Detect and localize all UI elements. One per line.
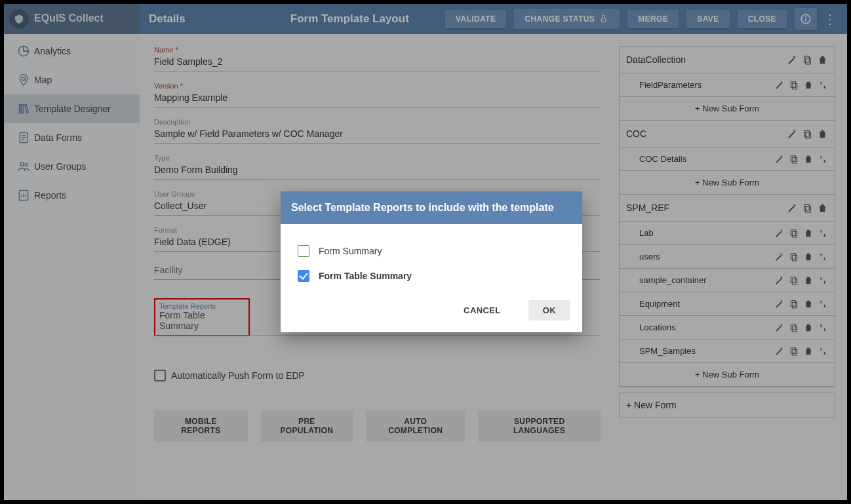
save-button[interactable]: SAVE	[686, 10, 729, 28]
delete-icon[interactable]	[817, 128, 828, 140]
delete-icon[interactable]	[803, 228, 814, 239]
copy-icon[interactable]	[789, 275, 799, 286]
reorder-icon[interactable]	[818, 228, 828, 239]
sub-form-title: Equipment	[639, 299, 680, 309]
copy-icon[interactable]	[789, 299, 799, 309]
copy-icon[interactable]	[789, 228, 799, 239]
sub-form-row[interactable]: FieldParameters	[620, 73, 835, 96]
pre-population-button[interactable]: PRE POPULATION	[261, 410, 353, 442]
form-group-header[interactable]: SPM_REF	[620, 195, 835, 221]
sub-form-title: Lab	[639, 228, 654, 238]
modal-option-label: Form Summary	[319, 246, 382, 256]
sub-actions	[774, 346, 828, 357]
delete-icon[interactable]	[803, 80, 814, 90]
sidebar-item-data-forms[interactable]: Data Forms	[4, 123, 140, 152]
modal-option-form-summary[interactable]: Form Summary	[298, 239, 565, 263]
edit-icon[interactable]	[787, 203, 798, 214]
reorder-icon[interactable]	[818, 154, 828, 165]
modal-option-label: Form Table Summary	[319, 271, 412, 281]
validate-button[interactable]: VALIDATE	[445, 10, 506, 28]
svg-rect-22	[792, 279, 797, 284]
delete-icon[interactable]	[803, 299, 814, 309]
mobile-reports-button[interactable]: MOBILE REPORTS	[154, 410, 248, 442]
sub-form-row[interactable]: Lab	[620, 221, 835, 244]
delete-icon[interactable]	[817, 203, 828, 214]
checkbox-icon[interactable]	[154, 370, 166, 381]
form-group-header[interactable]: DataCollection	[620, 47, 835, 73]
edit-icon[interactable]	[774, 322, 785, 333]
change-status-button[interactable]: CHANGE STATUS	[514, 9, 620, 29]
new-form-button[interactable]: + New Form	[619, 393, 835, 417]
sub-form-title: sample_container	[639, 275, 707, 285]
kebab-menu[interactable]: ⋮	[822, 11, 838, 27]
edit-icon[interactable]	[774, 299, 785, 309]
checkbox-icon[interactable]	[298, 245, 309, 257]
sub-form-row[interactable]: Equipment	[620, 292, 835, 315]
copy-icon[interactable]	[789, 322, 799, 333]
template-reports-value[interactable]: Form Table Summary	[159, 310, 245, 331]
edit-icon[interactable]	[774, 346, 785, 357]
copy-icon[interactable]	[802, 128, 813, 140]
edit-icon[interactable]	[774, 228, 785, 239]
type-field[interactable]	[154, 162, 600, 180]
delete-icon[interactable]	[803, 252, 814, 262]
reorder-icon[interactable]	[818, 346, 828, 357]
edit-icon[interactable]	[774, 252, 785, 262]
sidebar-item-user-groups[interactable]: User Groups	[4, 152, 140, 181]
sub-actions	[774, 299, 828, 309]
delete-icon[interactable]	[803, 322, 814, 333]
supported-languages-button[interactable]: SUPPORTED LANGUAGES	[478, 410, 601, 442]
modal-ok-button[interactable]: OK	[528, 300, 570, 320]
modal-cancel-button[interactable]: CANCEL	[449, 300, 515, 320]
copy-icon[interactable]	[802, 54, 813, 66]
reorder-icon[interactable]	[818, 252, 828, 262]
edit-icon[interactable]	[774, 154, 785, 165]
edit-icon[interactable]	[787, 128, 798, 140]
save-label: SAVE	[697, 14, 719, 24]
reorder-icon[interactable]	[818, 322, 828, 333]
books-icon	[13, 102, 34, 115]
new-sub-form-button[interactable]: + New Sub Form	[620, 362, 835, 386]
auto-completion-button[interactable]: AUTO COMPLETION	[366, 410, 465, 442]
auto-push-row[interactable]: Automatically Push Form to EDP	[154, 370, 601, 381]
delete-icon[interactable]	[817, 54, 828, 66]
delete-icon[interactable]	[803, 346, 814, 357]
new-sub-form-button[interactable]: + New Sub Form	[620, 96, 835, 120]
svg-rect-2	[805, 16, 806, 18]
sub-form-row[interactable]: COC Details	[620, 147, 835, 170]
sub-form-row[interactable]: users	[620, 244, 835, 268]
name-field[interactable]	[154, 54, 600, 71]
close-button[interactable]: CLOSE	[738, 10, 787, 28]
map-icon	[13, 73, 34, 87]
reorder-icon[interactable]	[818, 275, 828, 286]
edit-icon[interactable]	[787, 54, 798, 66]
reorder-icon[interactable]	[818, 299, 828, 309]
delete-icon[interactable]	[803, 154, 814, 165]
copy-icon[interactable]	[789, 252, 799, 262]
delete-icon[interactable]	[803, 275, 814, 286]
sub-actions	[774, 80, 828, 90]
merge-button[interactable]: MERGE	[627, 10, 679, 28]
sub-form-row[interactable]: SPM_Samples	[620, 339, 835, 362]
sidebar-item-reports[interactable]: Reports	[4, 181, 140, 210]
sub-form-row[interactable]: sample_container	[620, 268, 835, 292]
copy-icon[interactable]	[789, 346, 799, 357]
modal-option-form-table-summary[interactable]: Form Table Summary	[298, 263, 565, 288]
copy-icon[interactable]	[789, 154, 799, 165]
checkbox-checked-icon[interactable]	[298, 270, 309, 282]
description-field[interactable]	[154, 126, 600, 144]
sub-form-row[interactable]: Locations	[620, 315, 835, 339]
version-field[interactable]	[154, 90, 600, 107]
edit-icon[interactable]	[774, 80, 785, 90]
new-sub-form-button[interactable]: + New Sub Form	[620, 170, 835, 194]
copy-icon[interactable]	[802, 203, 813, 214]
info-button[interactable]	[795, 8, 817, 30]
sidebar-item-analytics[interactable]: Analytics	[4, 37, 140, 66]
reorder-icon[interactable]	[818, 80, 828, 90]
edit-icon[interactable]	[774, 275, 785, 286]
copy-icon[interactable]	[789, 80, 799, 90]
sidebar-item-template-designer[interactable]: Template Designer	[4, 94, 140, 123]
sidebar-item-map[interactable]: Map	[4, 66, 140, 94]
form-group-header[interactable]: COC	[620, 121, 835, 147]
svg-rect-11	[791, 81, 795, 87]
